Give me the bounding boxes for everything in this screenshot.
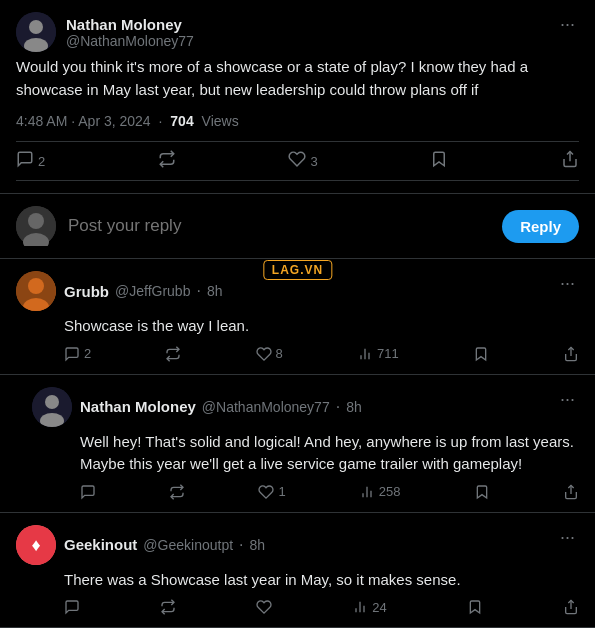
reply-text: Well hey! That's solid and logical! And … [32, 431, 579, 476]
reply-item-header: ♦ Geekinout @Geekinoutpt · 8h ··· [16, 525, 579, 565]
watermark: LAG.VN [263, 260, 332, 280]
display-name[interactable]: Nathan Moloney [66, 16, 194, 33]
reply-input[interactable] [68, 216, 490, 236]
like-count: 1 [278, 484, 285, 499]
svg-point-8 [28, 278, 44, 294]
share-action[interactable] [563, 599, 579, 615]
tweet-header-left: Nathan Moloney @NathanMoloney77 [16, 12, 194, 52]
reply-time: 8h [250, 537, 266, 553]
retweet-icon [158, 150, 176, 172]
actions-row: 2 3 [16, 141, 579, 181]
tweet-text: Would you think it's more of a showcase … [16, 56, 579, 101]
reply-item: Nathan Moloney @NathanMoloney77 · 8h ···… [0, 375, 595, 513]
reply-button[interactable]: Reply [502, 210, 579, 243]
svg-point-5 [28, 213, 44, 229]
bookmark-icon [430, 150, 448, 172]
avatar[interactable] [16, 271, 56, 311]
reply-time: 8h [346, 399, 362, 415]
share-action[interactable] [563, 346, 579, 362]
bookmark-action[interactable] [473, 346, 489, 362]
user-info: Nathan Moloney @NathanMoloney77 [66, 16, 194, 49]
reply-text: There was a Showcase last year in May, s… [16, 569, 579, 592]
bookmark-action[interactable] [467, 599, 483, 615]
reply-item-header-left: Nathan Moloney @NathanMoloney77 · 8h [32, 387, 362, 427]
reply-action[interactable] [80, 484, 96, 500]
share-action[interactable] [561, 150, 579, 172]
views-action[interactable]: 24 [352, 599, 386, 615]
reply-icon [16, 150, 34, 172]
retweet-action[interactable] [165, 346, 181, 362]
views-count: 704 [170, 113, 193, 129]
retweet-action[interactable] [169, 484, 185, 500]
reply-action[interactable]: 2 [16, 150, 45, 172]
more-options-icon[interactable]: ··· [556, 12, 579, 37]
reply-actions: 1 258 [32, 484, 579, 500]
share-icon [561, 150, 579, 172]
more-options-icon[interactable]: ··· [556, 271, 579, 296]
tweet-meta: 4:48 AM · Apr 3, 2024 · 704 Views [16, 113, 579, 129]
views-count: 711 [377, 346, 399, 361]
main-tweet: Nathan Moloney @NathanMoloney77 ··· Woul… [0, 0, 595, 194]
retweet-action[interactable] [160, 599, 176, 615]
reply-box: Reply [0, 194, 595, 259]
views-label: Views [202, 113, 239, 129]
like-action[interactable]: 3 [288, 150, 317, 172]
retweet-action[interactable] [158, 150, 176, 172]
views-action[interactable]: 711 [357, 346, 399, 362]
reply-item-header-left: ♦ Geekinout @Geekinoutpt · 8h [16, 525, 265, 565]
reply-time: 8h [207, 283, 223, 299]
reply-count: 2 [84, 346, 91, 361]
share-action[interactable] [563, 484, 579, 500]
svg-point-15 [45, 395, 59, 409]
reply-text: Showcase is the way I lean. [16, 315, 579, 338]
like-action[interactable] [256, 599, 272, 615]
like-count: 3 [310, 154, 317, 169]
reply-item-header: Nathan Moloney @NathanMoloney77 · 8h ··· [32, 387, 579, 427]
tweet-header: Nathan Moloney @NathanMoloney77 ··· [16, 12, 579, 52]
more-options-icon[interactable]: ··· [556, 525, 579, 550]
views-action[interactable]: 258 [359, 484, 401, 500]
reply-username[interactable]: @JeffGrubb [115, 283, 190, 299]
reply-user-line: Nathan Moloney @NathanMoloney77 · 8h [80, 398, 362, 416]
avatar[interactable] [32, 387, 72, 427]
avatar[interactable]: ♦ [16, 525, 56, 565]
reply-user-line: Geekinout @Geekinoutpt · 8h [64, 536, 265, 554]
reply-action[interactable] [64, 599, 80, 615]
avatar[interactable] [16, 12, 56, 52]
username[interactable]: @NathanMoloney77 [66, 33, 194, 49]
like-action[interactable]: 8 [256, 346, 283, 362]
views-count: 24 [372, 600, 386, 615]
reply-username[interactable]: @Geekinoutpt [143, 537, 233, 553]
bookmark-action[interactable] [474, 484, 490, 500]
reply-thread: Grubb @JeffGrubb · 8h ··· Showcase is th… [0, 259, 595, 628]
like-icon [288, 150, 306, 172]
reply-user-line: Grubb @JeffGrubb · 8h [64, 282, 222, 300]
reply-action[interactable]: 2 [64, 346, 91, 362]
reply-item: ♦ Geekinout @Geekinoutpt · 8h ··· There … [0, 513, 595, 629]
reply-display-name[interactable]: Nathan Moloney [80, 398, 196, 415]
svg-point-1 [29, 20, 43, 34]
reply-count: 2 [38, 154, 45, 169]
reply-username[interactable]: @NathanMoloney77 [202, 399, 330, 415]
reply-display-name[interactable]: Geekinout [64, 536, 137, 553]
like-action[interactable]: 1 [258, 484, 285, 500]
reply-item-header-left: Grubb @JeffGrubb · 8h [16, 271, 222, 311]
timestamp: 4:48 AM · Apr 3, 2024 [16, 113, 151, 129]
reply-display-name[interactable]: Grubb [64, 283, 109, 300]
svg-text:♦: ♦ [31, 535, 40, 555]
reply-avatar [16, 206, 56, 246]
views-count: 258 [379, 484, 401, 499]
reply-actions: 24 [16, 599, 579, 615]
bookmark-action[interactable] [430, 150, 448, 172]
reply-actions: 2 8 [16, 346, 579, 362]
like-count: 8 [276, 346, 283, 361]
more-options-icon[interactable]: ··· [556, 387, 579, 412]
